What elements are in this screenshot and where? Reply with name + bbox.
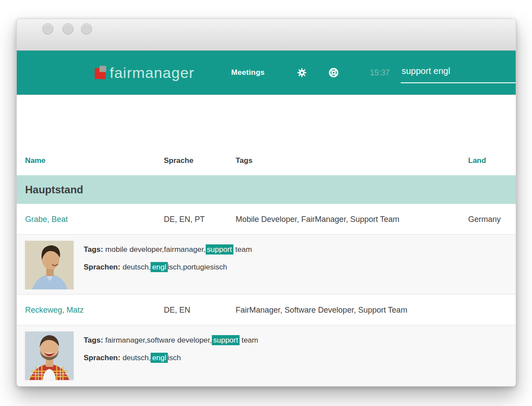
app-header: fairmanager Meetings (17, 51, 516, 95)
detail-languages-line: Sprachen:deutsch,englisch,portugiesisch (84, 262, 227, 273)
content-spacer (17, 95, 516, 146)
tags-label: Tags: (84, 245, 103, 254)
results-area: Name Sprache Tags Land Hauptstand Grabe,… (17, 95, 516, 387)
languages-value: deutsch,englisch (122, 353, 181, 363)
app-window: fairmanager Meetings (16, 18, 516, 387)
languages-label: Sprachen: (84, 263, 120, 271)
person-tags: Mobile Developer, FairManager, Support T… (236, 214, 399, 224)
tags-value: mobile developer,fairmanager,support tea… (105, 244, 252, 255)
detail-panel: Tags:mobile developer,fairmanager,suppor… (17, 234, 516, 295)
clock: 15:37 (370, 68, 390, 77)
languages-value: deutsch,englisch,portugiesisch (122, 262, 227, 272)
portrait-man-blue-shirt (25, 241, 74, 289)
profile-photo (25, 332, 74, 380)
tags-label: Tags: (84, 336, 103, 344)
profile-photo (25, 241, 74, 289)
gear-icon (297, 67, 307, 78)
logo[interactable]: fairmanager (95, 64, 194, 81)
detail-languages-line: Sprachen:deutsch,englisch (84, 352, 181, 364)
logo-mark-icon (95, 66, 106, 79)
languages-label: Sprachen: (84, 354, 120, 362)
person-tags: FairManager, Software Developer, Support… (236, 305, 407, 314)
column-header-name[interactable]: Name (25, 156, 45, 165)
person-name-link[interactable]: Grabe, Beat (25, 214, 68, 224)
person-languages: DE, EN (164, 305, 190, 314)
zoom-button[interactable] (81, 23, 92, 34)
settings-button[interactable] (297, 67, 307, 78)
table-header: Name Sprache Tags Land (17, 146, 516, 175)
logo-text: fairmanager (110, 64, 194, 81)
search-input[interactable] (401, 62, 516, 82)
nav-meetings[interactable]: Meetings (231, 68, 265, 77)
group-title: Hauptstand (25, 184, 83, 196)
tags-value: fairmanager,software developer,support t… (105, 335, 258, 345)
table-row[interactable]: Reckeweg, Matz DE, EN FairManager, Softw… (17, 295, 516, 325)
search-field (401, 62, 516, 83)
person-languages: DE, EN, PT (164, 214, 205, 224)
portrait-man-plaid-shirt (25, 332, 74, 380)
column-header-land[interactable]: Land (468, 156, 486, 165)
column-header-tags[interactable]: Tags (236, 156, 252, 165)
person-country: Germany (468, 214, 501, 224)
detail-tags-line: Tags:mobile developer,fairmanager,suppor… (84, 244, 252, 255)
lifebuoy-icon (328, 67, 339, 78)
column-header-sprache[interactable]: Sprache (164, 156, 193, 165)
titlebar (17, 19, 516, 51)
help-button[interactable] (328, 67, 339, 78)
minimize-button[interactable] (63, 23, 74, 34)
table-row[interactable]: Grabe, Beat DE, EN, PT Mobile Developer,… (17, 204, 516, 234)
detail-panel: Tags:fairmanager,software developer,supp… (17, 325, 516, 387)
person-name-link[interactable]: Reckeweg, Matz (25, 305, 84, 314)
detail-tags-line: Tags:fairmanager,software developer,supp… (84, 335, 258, 346)
close-button[interactable] (42, 23, 53, 34)
group-header-hauptstand: Hauptstand (17, 175, 516, 204)
